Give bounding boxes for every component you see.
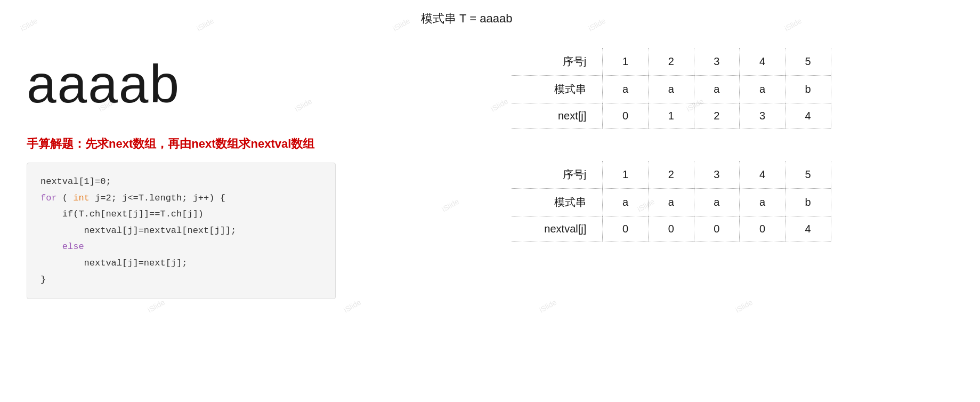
label2-cell-pattern: 模式串 <box>512 189 603 216</box>
code-type-int: int <box>73 193 90 203</box>
code-block: nextval[1]=0; for ( int j=2; j<=T.length… <box>27 163 336 299</box>
code-keyword-for: for <box>41 193 57 203</box>
header2-5: 5 <box>785 161 831 189</box>
next-2: 1 <box>648 103 694 129</box>
next-3: 2 <box>694 103 740 129</box>
code-line-7: } <box>41 272 322 288</box>
table2-row-nextval: nextval[j] 0 0 0 0 4 <box>512 216 831 242</box>
header2-4: 4 <box>740 161 785 189</box>
code-line-4: nextval[j]=nextval[next[j]]; <box>41 223 322 239</box>
code-line-3: if(T.ch[next[j]]==T.ch[j]) <box>41 206 322 223</box>
nextval-4: 0 <box>740 216 785 242</box>
pattern-3: a <box>694 76 740 103</box>
next-5: 4 <box>785 103 831 129</box>
header2-3: 3 <box>694 161 740 189</box>
nextval-table: 序号j 1 2 3 4 5 模式串 a a a a b <box>512 161 831 242</box>
pattern2-3: a <box>694 189 740 216</box>
next-1: 0 <box>603 103 649 129</box>
nextval-5: 4 <box>785 216 831 242</box>
header-1: 1 <box>603 48 649 76</box>
code-text: nextval[1]=0; <box>41 176 111 187</box>
code-keyword-else: else <box>62 242 84 252</box>
label2-cell-xuhao: 序号j <box>512 161 603 189</box>
label-cell-xuhao: 序号j <box>512 48 603 76</box>
table2-row-pattern: 模式串 a a a a b <box>512 189 831 216</box>
handwritten-label: 手算解题：先求next数组，再由next数组求nextval数组 <box>27 136 336 152</box>
label-cell-next: next[j] <box>512 103 603 129</box>
header2-1: 1 <box>603 161 649 189</box>
table2-row-header: 序号j 1 2 3 4 5 <box>512 161 831 189</box>
nextval-3: 0 <box>694 216 740 242</box>
nextval-1: 0 <box>603 216 649 242</box>
pattern-1: a <box>603 76 649 103</box>
table-row-header: 序号j 1 2 3 4 5 <box>512 48 831 76</box>
code-line-5: else <box>41 239 322 255</box>
left-panel: aaaab 手算解题：先求next数组，再由next数组求nextval数组 n… <box>0 0 362 402</box>
code-line-6: nextval[j]=next[j]; <box>41 255 322 272</box>
pattern2-2: a <box>648 189 694 216</box>
header-3: 3 <box>694 48 740 76</box>
table-row-pattern: 模式串 a a a a b <box>512 76 831 103</box>
tables-container: 序号j 1 2 3 4 5 模式串 a a a a b <box>389 48 953 242</box>
code-line-1: nextval[1]=0; <box>41 174 322 190</box>
pattern-2: a <box>648 76 694 103</box>
header-4: 4 <box>740 48 785 76</box>
pattern-title: 模式串 T = aaaab <box>421 11 512 27</box>
pattern-4: a <box>740 76 785 103</box>
label-cell-pattern: 模式串 <box>512 76 603 103</box>
right-panel: 模式串 T = aaaab 序号j 1 2 3 4 5 模式串 a <box>362 0 980 402</box>
table-row-next: next[j] 0 1 2 3 4 <box>512 103 831 129</box>
pattern2-5: b <box>785 189 831 216</box>
pattern2-1: a <box>603 189 649 216</box>
header-2: 2 <box>648 48 694 76</box>
header-5: 5 <box>785 48 831 76</box>
pattern-5: b <box>785 76 831 103</box>
header2-2: 2 <box>648 161 694 189</box>
nextval-2: 0 <box>648 216 694 242</box>
label2-cell-nextval: nextval[j] <box>512 216 603 242</box>
pattern2-4: a <box>740 189 785 216</box>
main-content: aaaab 手算解题：先求next数组，再由next数组求nextval数组 n… <box>0 0 980 402</box>
big-text: aaaab <box>27 53 336 115</box>
next-table: 序号j 1 2 3 4 5 模式串 a a a a b <box>512 48 831 129</box>
code-line-2: for ( int j=2; j<=T.length; j++) { <box>41 190 322 207</box>
next-4: 3 <box>740 103 785 129</box>
